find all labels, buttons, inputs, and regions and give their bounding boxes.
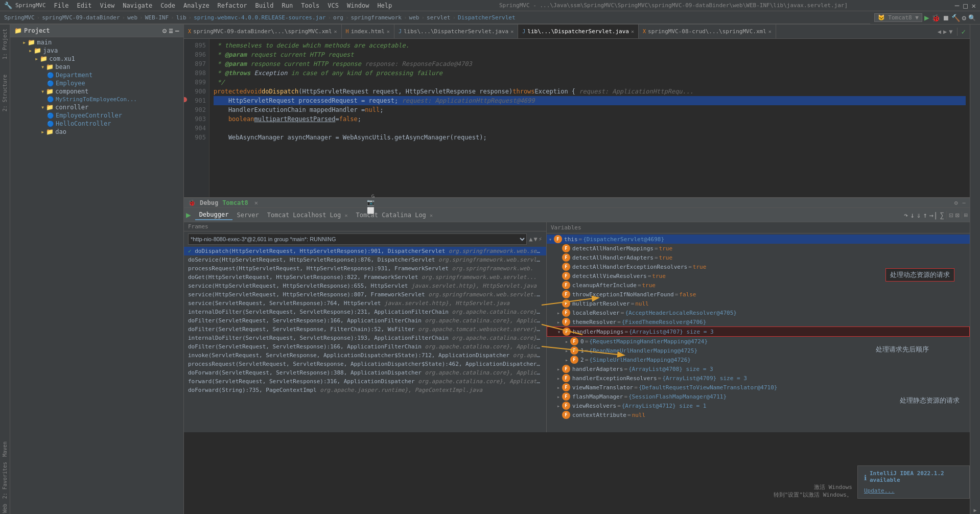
restore-layout-btn[interactable]: ⊞ — [964, 212, 968, 219]
tree-item-hellocontroller[interactable]: 🔵 HelloController — [10, 120, 183, 128]
bc-jar[interactable]: spring-webmvc-4.0.0.RELEASE-sources.jar — [194, 14, 325, 21]
frame-item-1[interactable]: doService(HttpServletRequest, HttpServle… — [184, 255, 546, 264]
tree-item-employeecontroller[interactable]: 🔵 EmployeeController — [10, 111, 183, 120]
close-btn[interactable]: ✕ — [972, 2, 976, 10]
project-close-btn[interactable]: − — [175, 27, 179, 35]
bc-springmvc[interactable]: SpringMVC — [4, 14, 35, 21]
frame-item-15[interactable]: forward(ServletRequest, ServletResponse)… — [184, 377, 546, 386]
step-over-btn[interactable]: ↷ — [904, 211, 908, 219]
maximize-btn[interactable]: □ — [963, 2, 967, 10]
view-breakpoints-btn[interactable]: ⊡ — [946, 211, 953, 219]
bc-webinf[interactable]: WEB-INF — [145, 14, 169, 21]
debug-settings-btn[interactable]: ⚙ — [954, 199, 958, 206]
menu-build[interactable]: Build — [255, 2, 273, 9]
favorites-tab[interactable]: 2: Favorites — [1, 460, 9, 501]
tree-item-bean[interactable]: ▾ 📁 bean — [10, 63, 183, 71]
tab-crud-springmvc[interactable]: X springMVC-08-crud\...\springMVC.xml ✕ — [639, 25, 776, 38]
tree-item-comxu1[interactable]: ▸ 📁 com.xu1 — [10, 55, 183, 63]
step-into-btn[interactable]: ↓ — [910, 211, 914, 219]
frame-item-3[interactable]: doGet(HttpServletRequest, HttpServletRes… — [184, 273, 546, 282]
tab-tomcat-localhost[interactable]: Tomcat Localhost Log ✕ — [263, 211, 352, 220]
tab-tomcat-catalina[interactable]: Tomcat Catalina Log ✕ — [352, 211, 437, 220]
maven-tab[interactable]: Maven — [1, 439, 9, 459]
evaluate-btn[interactable]: ∑ — [940, 211, 944, 219]
var-item-handler-mappings-2[interactable]: ▸ F 2 = {SimpleUrlHandlerMapping@4726} — [547, 355, 970, 364]
frame-filter-btn[interactable]: ⚡ — [539, 236, 542, 243]
tree-item-main[interactable]: ▸ 📁 main — [10, 38, 183, 46]
frame-item-16[interactable]: doForward(String):735, PageContextImpl o… — [184, 386, 546, 394]
structure-tab[interactable]: 2: Structure — [1, 73, 9, 113]
bc-databinder[interactable]: springMVC-09-dataBinder — [42, 14, 120, 21]
stop-btn[interactable]: ⏹ — [942, 14, 949, 22]
menu-navigate[interactable]: Navigate — [123, 2, 152, 9]
tree-item-employee[interactable]: 🔵 Employee — [10, 79, 183, 87]
frame-down-btn[interactable]: ▼ — [534, 236, 538, 243]
frame-item-10[interactable]: internalDoFilter(ServletRequest, Servlet… — [184, 334, 546, 342]
var-item-theme-resolver[interactable]: ▸ F themeResolver = {FixedThemeResolver@… — [547, 317, 970, 326]
tab-close[interactable]: ✕ — [768, 29, 772, 34]
project-settings-btn[interactable]: ⚙ — [162, 27, 167, 35]
frame-item-14[interactable]: doForward(ServletRequest, ServletRespons… — [184, 368, 546, 377]
tab-close[interactable]: ✕ — [345, 213, 348, 218]
minimize-btn[interactable]: ─ — [955, 2, 959, 10]
menu-window[interactable]: Window — [347, 2, 369, 9]
tree-item-controller[interactable]: ▾ 📁 conroller — [10, 103, 183, 111]
step-out-btn[interactable]: ↑ — [923, 211, 927, 219]
var-item-detectall-mappings[interactable]: F detectAllHandlerMappings = true — [547, 244, 970, 253]
tab-server[interactable]: Server — [232, 211, 263, 220]
menu-refactor[interactable]: Refactor — [218, 2, 247, 9]
build-btn[interactable]: 🔨 — [951, 14, 960, 22]
bc-dispatcherservlet[interactable]: DispatcherServlet — [458, 14, 516, 21]
var-item-view-name-translator[interactable]: ▸ F viewNameTranslator = {DefaultRequest… — [547, 383, 970, 392]
frame-up-btn[interactable]: ▲ — [529, 236, 532, 243]
tree-item-dao[interactable]: ▸ 📁 dao — [10, 128, 183, 136]
tab-close[interactable]: ✕ — [430, 213, 433, 218]
code-area[interactable]: * themselves to decide which methods are… — [209, 39, 970, 197]
menu-code[interactable]: Code — [160, 2, 175, 9]
force-step-into-btn[interactable]: ⇓ — [917, 211, 921, 219]
var-item-throw-exception[interactable]: F throwExceptionIfNoHandlerFound = false — [547, 290, 970, 299]
settings-btn[interactable]: ⚙ — [962, 14, 966, 22]
frame-item-8[interactable]: doFilter(ServletRequest, ServletResponse… — [184, 316, 546, 325]
tab-lib-dispatcher[interactable]: J lib\...\DispatcherServlet.java ✕ — [518, 25, 639, 38]
frame-item-13[interactable]: processRequest(ServletRequest, ServletRe… — [184, 360, 546, 368]
tab-scroll-right[interactable]: ▶ — [943, 28, 947, 35]
menu-analyze[interactable]: Analyze — [183, 2, 209, 9]
bc-lib[interactable]: lib — [176, 14, 186, 21]
tab-close[interactable]: ✕ — [510, 29, 514, 34]
var-item-locale-resolver[interactable]: ▸ F localeResolver = {AcceptHeaderLocale… — [547, 308, 970, 317]
tree-item-mystring[interactable]: 🔵 MyStringToEmployeeCon... — [10, 96, 183, 103]
tab-debugger[interactable]: Debugger — [195, 210, 233, 220]
menu-tools[interactable]: Tools — [301, 2, 319, 9]
thread-dropdown[interactable]: *http-nio-8080-exec-3*@2,601 in group *m… — [188, 233, 527, 245]
resume-btn[interactable]: ▶ — [186, 210, 191, 220]
var-item-handler-mappings[interactable]: ▾ F handlerMappings = {ArrayList@4707} s… — [547, 326, 970, 337]
tab-scroll-left[interactable]: ◀ — [938, 28, 941, 35]
menu-vcs[interactable]: VCS — [328, 2, 339, 9]
var-item-handler-adapters[interactable]: ▸ F handlerAdapters = {ArrayList@4708} s… — [547, 364, 970, 373]
var-item-handler-exceptions[interactable]: ▸ F handlerExceptionResolvers = {ArrayLi… — [547, 373, 970, 383]
tab-index-html[interactable]: H index.html ✕ — [342, 25, 394, 38]
frame-item-5[interactable]: service(HttpServletRequest, HttpServletR… — [184, 290, 546, 299]
tree-item-department[interactable]: 🔵 Department — [10, 71, 183, 79]
tab-springmvc-xml[interactable]: X springMVC-09-dataBinder\...\springMVC.… — [184, 25, 342, 38]
menu-help[interactable]: Help — [377, 2, 392, 9]
var-item-detectall-adapters[interactable]: F detectAllHandlerAdapters = true — [547, 253, 970, 262]
frame-item-7[interactable]: internalDoFilter(ServletRequest, Servlet… — [184, 308, 546, 316]
frame-item-4[interactable]: service(HttpServletRequest, HttpServletR… — [184, 282, 546, 290]
debug-close-btn[interactable]: ✕ — [254, 199, 258, 206]
var-item-this[interactable]: ▾ F this = {DispatcherServlet@4698} — [547, 235, 970, 244]
tab-list-btn[interactable]: ▼ — [949, 28, 952, 35]
tree-item-java[interactable]: ▸ 📁 java — [10, 46, 183, 55]
menu-file[interactable]: File — [54, 2, 69, 9]
right-panel-btn[interactable]: ▶ — [971, 505, 979, 514]
frame-item-11[interactable]: doFilter(ServletRequest, ServletResponse… — [184, 342, 546, 351]
var-item-multipart-resolver[interactable]: F multipartResolver = null — [547, 299, 970, 308]
debug-minimize-btn[interactable]: − — [962, 199, 966, 206]
tab-close[interactable]: ✕ — [387, 29, 390, 34]
run-to-cursor-btn[interactable]: →| — [929, 211, 938, 219]
menu-run[interactable]: Run — [282, 2, 293, 9]
bc-web[interactable]: web — [127, 14, 137, 21]
tomcat-selector[interactable]: 🐱 Tomcat8 ▼ — [874, 13, 922, 22]
menu-edit[interactable]: Edit — [77, 2, 92, 9]
